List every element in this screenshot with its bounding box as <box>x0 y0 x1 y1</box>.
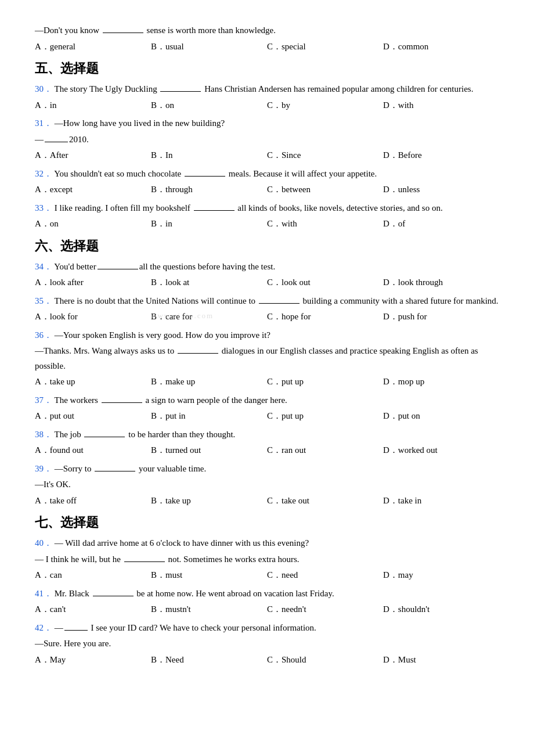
q36-text: 36． —Your spoken English is very good. H… <box>35 328 499 343</box>
blank <box>93 596 134 596</box>
section7-title: 七、选择题 <box>35 514 499 531</box>
q36-text2: —Thanks. Mrs. Wang always asks us to dia… <box>35 344 499 373</box>
option-d: D．Must <box>383 653 499 668</box>
q32-text: 32． You shouldn't eat so much chocolate … <box>35 167 499 182</box>
option-c: C．need <box>267 568 383 583</box>
q42-num: 42． <box>35 623 52 632</box>
intro-question: —Don't you know sense is worth more than… <box>35 23 499 54</box>
q42-options: A．May B．Need C．Should D．Must <box>35 653 499 668</box>
blank <box>95 471 135 471</box>
option-a: A．take up <box>35 375 151 390</box>
question-39: 39． —Sorry to your valuable time. —It's … <box>35 462 499 509</box>
intro-options: A．general B．usual C．special D．common <box>35 39 499 55</box>
q35-num: 35． <box>35 296 52 305</box>
blank <box>185 176 225 177</box>
section5-title: 五、选择题 <box>35 60 499 77</box>
option-d: D．of <box>383 217 499 232</box>
option-d: D．may <box>383 568 499 583</box>
q37-num: 37． <box>35 395 52 405</box>
question-32: 32． You shouldn't eat so much chocolate … <box>35 167 499 197</box>
q40-options: A．can B．must C．need D．may <box>35 568 499 583</box>
option-a: A．can <box>35 568 151 583</box>
q32-options: A．except B．through C．between D．unless <box>35 182 499 197</box>
q41-text: 41． Mr. Black be at home now. He went ab… <box>35 586 499 602</box>
blank <box>194 210 234 211</box>
q39-options: A．take off B．take up C．take out D．take i… <box>35 494 499 509</box>
q30-options: A．in B．on C．by D．with <box>35 98 499 113</box>
option-c: C．look out <box>267 275 383 290</box>
q32-num: 32． <box>35 169 52 178</box>
q36-num: 36． <box>35 330 52 340</box>
q36-options: A．take up B．make up C．put up D．mop up <box>35 375 499 390</box>
option-b: B．through <box>151 182 267 197</box>
option-a: A．look after <box>35 275 151 290</box>
option-b: B．Need <box>151 653 267 668</box>
option-a: A．on <box>35 217 151 232</box>
q33-options: A．on B．in C．with D．of <box>35 217 499 232</box>
option-b: B．put in <box>151 409 267 424</box>
q35-text: 35． There is no doubt that the United Na… <box>35 294 499 309</box>
blank <box>259 303 300 304</box>
option-d: D．look through <box>383 275 499 290</box>
option-a: A．in <box>35 98 151 113</box>
q41-options: A．can't B．mustn't C．needn't D．shouldn't <box>35 602 499 617</box>
option-b: B．In <box>151 148 267 163</box>
option-a: A．general <box>35 39 151 55</box>
question-33: 33． I like reading. I often fill my book… <box>35 201 499 232</box>
option-b: B．take up <box>151 494 267 509</box>
option-c: C．by <box>267 98 383 113</box>
option-c: C．put up <box>267 375 383 390</box>
option-a: A．After <box>35 148 151 163</box>
q30-text: 30． The story The Ugly Duckling Hans Chr… <box>35 82 499 97</box>
q37-text: 37． The workers a sign to warn people of… <box>35 393 499 408</box>
q30-num: 30． <box>35 84 52 93</box>
option-a: A．except <box>35 182 151 197</box>
option-d: D．Before <box>383 148 499 163</box>
blank <box>98 269 138 269</box>
option-d: D．put on <box>383 409 499 424</box>
blank <box>178 353 218 354</box>
option-b: B．usual <box>151 39 267 55</box>
option-b: B．turned out <box>151 443 267 458</box>
q33-num: 33． <box>35 203 52 213</box>
q40-text: 40． — Will dad arrive home at 6 o'clock … <box>35 536 499 551</box>
blank <box>102 402 142 403</box>
option-a: A．can't <box>35 602 151 617</box>
option-b: B．must <box>151 568 267 583</box>
option-b: B．in <box>151 217 267 232</box>
q38-num: 38． <box>35 430 52 439</box>
option-d: D．shouldn't <box>383 602 499 617</box>
option-c: C．special <box>267 39 383 55</box>
q39-text: 39． —Sorry to your valuable time. <box>35 462 499 477</box>
option-c: C．Should <box>267 653 383 668</box>
option-a: A．May <box>35 653 151 668</box>
question-41: 41． Mr. Black be at home now. He went ab… <box>35 586 499 617</box>
intro-question-text: —Don't you know sense is worth more than… <box>35 23 499 38</box>
blank <box>160 91 201 92</box>
q31-text2: —2010. <box>35 132 499 147</box>
blank <box>64 630 88 631</box>
question-40: 40． — Will dad arrive home at 6 o'clock … <box>35 536 499 583</box>
option-a: A．put out <box>35 409 151 424</box>
option-a: A．found out <box>35 443 151 458</box>
option-c: C．take out <box>267 494 383 509</box>
option-c: C．put up <box>267 409 383 424</box>
q39-text2: —It's OK. <box>35 477 499 492</box>
option-c: C．between <box>267 182 383 197</box>
option-c: C．ran out <box>267 443 383 458</box>
option-c: C．hope for <box>267 309 383 325</box>
q34-num: 34． <box>35 262 52 271</box>
option-b: B．care for www.zixio.com <box>151 309 267 325</box>
option-d: D．common <box>383 39 499 55</box>
q35-options: A．look for B．care for www.zixio.com C．ho… <box>35 309 499 325</box>
q39-num: 39． <box>35 464 52 473</box>
option-d: D．with <box>383 98 499 113</box>
q38-options: A．found out B．turned out C．ran out D．wor… <box>35 443 499 458</box>
q41-num: 41． <box>35 589 52 598</box>
question-34: 34． You'd betterall the questions before… <box>35 260 499 290</box>
q31-text: 31． —How long have you lived in the new … <box>35 116 499 131</box>
q40-num: 40． <box>35 538 52 548</box>
option-b: B．on <box>151 98 267 113</box>
option-a: A．take off <box>35 494 151 509</box>
option-b: B．make up <box>151 375 267 390</box>
